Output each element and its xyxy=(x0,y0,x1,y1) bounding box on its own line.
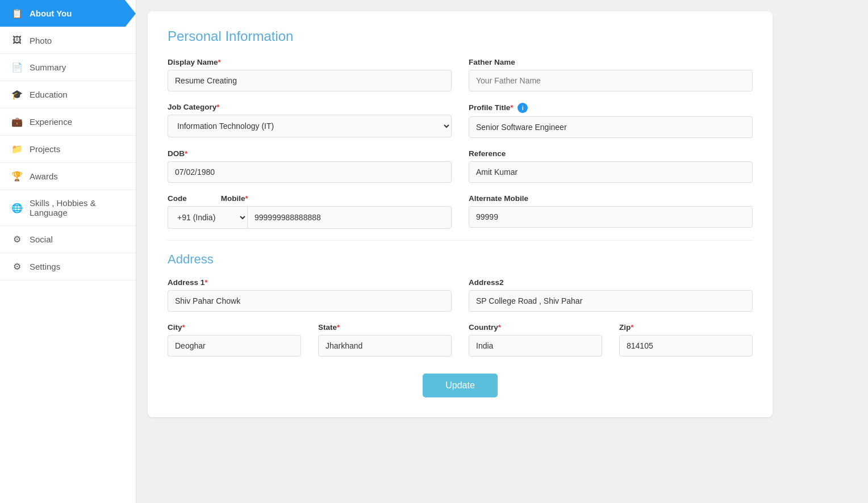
label-display-name: Display Name* xyxy=(168,58,452,66)
label-address2: Address2 xyxy=(469,278,753,287)
label-code-mobile: Code Mobile* xyxy=(168,194,452,203)
sidebar-label-about-you: About You xyxy=(30,9,72,18)
sidebar-item-summary[interactable]: 📄 Summary xyxy=(0,54,136,81)
input-alt-mobile[interactable] xyxy=(469,206,753,228)
education-icon: 🎓 xyxy=(11,89,23,100)
sidebar-item-projects[interactable]: 📁 Projects xyxy=(0,136,136,163)
sidebar-label-projects: Projects xyxy=(30,144,60,154)
group-reference: Reference xyxy=(469,149,753,183)
row-mobile-alt: Code Mobile* +91 (India) +1 (USA) +44 (U… xyxy=(168,194,753,229)
input-state[interactable] xyxy=(318,335,452,357)
sidebar-label-skills: Skills , Hobbies & Language xyxy=(30,198,124,217)
group-zip: Zip* xyxy=(619,323,753,357)
group-code-mobile: Code Mobile* +91 (India) +1 (USA) +44 (U… xyxy=(168,194,452,229)
group-address1: Address 1* xyxy=(168,278,452,312)
about-you-icon: 📋 xyxy=(11,8,23,19)
input-zip[interactable] xyxy=(619,335,753,357)
phone-row: +91 (India) +1 (USA) +44 (UK) +61 (Austr… xyxy=(168,206,452,229)
label-country: Country* xyxy=(469,323,602,332)
sidebar-label-education: Education xyxy=(30,90,68,99)
summary-icon: 📄 xyxy=(11,62,23,73)
sidebar: 📋 About You 🖼 Photo 📄 Summary 🎓 Educatio… xyxy=(0,0,136,503)
input-address2[interactable] xyxy=(469,290,753,312)
group-country: Country* xyxy=(469,323,602,357)
label-father-name: Father Name xyxy=(469,58,753,66)
group-profile-title: Profile Title* i xyxy=(469,103,753,138)
sidebar-label-summary: Summary xyxy=(30,62,66,72)
sidebar-item-about-you[interactable]: 📋 About You xyxy=(0,0,136,27)
update-button[interactable]: Update xyxy=(423,374,498,397)
label-alt-mobile: Alternate Mobile xyxy=(469,194,753,203)
group-state: State* xyxy=(318,323,452,357)
input-country[interactable] xyxy=(469,335,602,357)
input-address1[interactable] xyxy=(168,290,452,312)
photo-icon: 🖼 xyxy=(11,35,23,45)
sidebar-item-settings[interactable]: ⚙ Settings xyxy=(0,253,136,280)
personal-info-card: Personal Information Display Name* Fathe… xyxy=(148,11,773,417)
group-city: City* xyxy=(168,323,301,357)
row-display-father: Display Name* Father Name xyxy=(168,58,753,91)
label-state: State* xyxy=(318,323,452,332)
main-content: Personal Information Display Name* Fathe… xyxy=(136,0,868,503)
label-address1: Address 1* xyxy=(168,278,452,287)
input-dob[interactable] xyxy=(168,161,452,183)
sidebar-label-experience: Experience xyxy=(30,117,72,127)
sidebar-item-awards[interactable]: 🏆 Awards xyxy=(0,163,136,190)
sidebar-item-experience[interactable]: 💼 Experience xyxy=(0,108,136,136)
row-dob-reference: DOB* Reference xyxy=(168,149,753,183)
row-job-profile: Job Category* Information Technology (IT… xyxy=(168,103,753,138)
label-dob: DOB* xyxy=(168,149,452,158)
sidebar-item-photo[interactable]: 🖼 Photo xyxy=(0,27,136,54)
select-job-category[interactable]: Information Technology (IT) Finance Mark… xyxy=(168,115,452,137)
label-profile-title: Profile Title* i xyxy=(469,103,753,113)
sidebar-label-awards: Awards xyxy=(30,171,58,181)
sidebar-item-education[interactable]: 🎓 Education xyxy=(0,81,136,108)
skills-icon: 🌐 xyxy=(11,203,23,213)
experience-icon: 💼 xyxy=(11,116,23,127)
social-icon: ⚙ xyxy=(11,234,23,245)
address-title: Address xyxy=(168,252,753,267)
projects-icon: 📁 xyxy=(11,144,23,154)
sidebar-label-settings: Settings xyxy=(30,262,60,271)
sidebar-item-social[interactable]: ⚙ Social xyxy=(0,226,136,253)
select-country-code[interactable]: +91 (India) +1 (USA) +44 (UK) +61 (Austr… xyxy=(168,206,247,229)
group-father-name: Father Name xyxy=(469,58,753,91)
label-zip: Zip* xyxy=(619,323,753,332)
input-city[interactable] xyxy=(168,335,301,357)
awards-icon: 🏆 xyxy=(11,171,23,182)
settings-icon: ⚙ xyxy=(11,261,23,272)
group-display-name: Display Name* xyxy=(168,58,452,91)
req-display-name: * xyxy=(218,58,221,66)
info-icon[interactable]: i xyxy=(518,103,528,113)
personal-info-title: Personal Information xyxy=(168,28,753,44)
input-reference[interactable] xyxy=(469,161,753,183)
input-father-name[interactable] xyxy=(469,70,753,91)
section-divider xyxy=(168,240,753,241)
label-job-category: Job Category* xyxy=(168,103,452,111)
input-display-name[interactable] xyxy=(168,70,452,91)
group-address2: Address2 xyxy=(469,278,753,312)
label-city: City* xyxy=(168,323,301,332)
group-dob: DOB* xyxy=(168,149,452,183)
sidebar-label-social: Social xyxy=(30,234,53,244)
row-city-state-country-zip: City* State* Country* Zip* xyxy=(168,323,753,357)
group-alt-mobile: Alternate Mobile xyxy=(469,194,753,229)
group-job-category: Job Category* Information Technology (IT… xyxy=(168,103,452,138)
sidebar-item-skills[interactable]: 🌐 Skills , Hobbies & Language xyxy=(0,190,136,226)
sidebar-label-photo: Photo xyxy=(30,36,52,45)
row-address1-2: Address 1* Address2 xyxy=(168,278,753,312)
input-profile-title[interactable] xyxy=(469,116,753,138)
label-reference: Reference xyxy=(469,149,753,158)
input-mobile[interactable] xyxy=(247,206,452,229)
